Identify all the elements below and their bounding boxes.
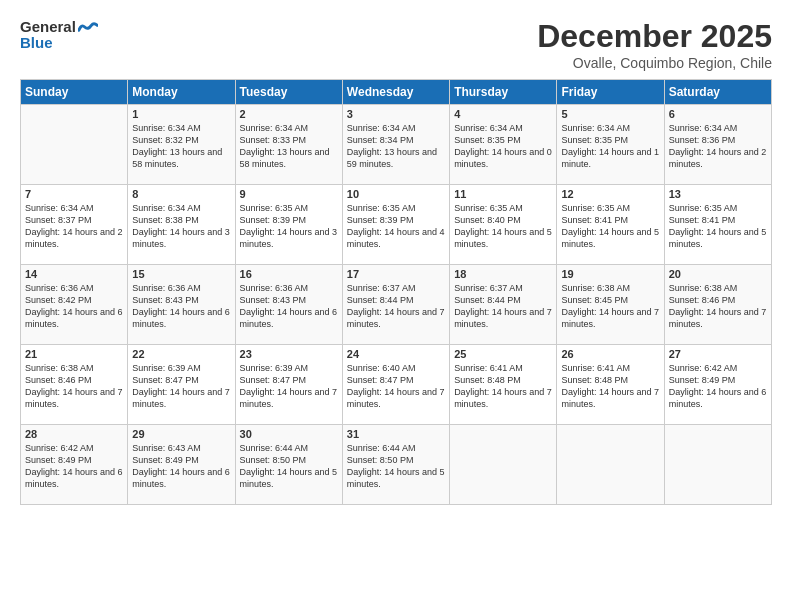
calendar-week-row: 28Sunrise: 6:42 AMSunset: 8:49 PMDayligh… <box>21 425 772 505</box>
header-friday: Friday <box>557 80 664 105</box>
day-number: 13 <box>669 188 767 200</box>
day-number: 12 <box>561 188 659 200</box>
calendar-week-row: 1Sunrise: 6:34 AMSunset: 8:32 PMDaylight… <box>21 105 772 185</box>
day-number: 1 <box>132 108 230 120</box>
header-thursday: Thursday <box>450 80 557 105</box>
header-saturday: Saturday <box>664 80 771 105</box>
cell-info: Sunrise: 6:36 AMSunset: 8:43 PMDaylight:… <box>132 282 230 331</box>
table-row: 28Sunrise: 6:42 AMSunset: 8:49 PMDayligh… <box>21 425 128 505</box>
calendar-table: Sunday Monday Tuesday Wednesday Thursday… <box>20 79 772 505</box>
table-row: 10Sunrise: 6:35 AMSunset: 8:39 PMDayligh… <box>342 185 449 265</box>
cell-info: Sunrise: 6:39 AMSunset: 8:47 PMDaylight:… <box>132 362 230 411</box>
cell-info: Sunrise: 6:34 AMSunset: 8:37 PMDaylight:… <box>25 202 123 251</box>
cell-info: Sunrise: 6:44 AMSunset: 8:50 PMDaylight:… <box>347 442 445 491</box>
table-row: 19Sunrise: 6:38 AMSunset: 8:45 PMDayligh… <box>557 265 664 345</box>
day-number: 15 <box>132 268 230 280</box>
cell-info: Sunrise: 6:38 AMSunset: 8:46 PMDaylight:… <box>669 282 767 331</box>
location: Ovalle, Coquimbo Region, Chile <box>537 55 772 71</box>
cell-info: Sunrise: 6:44 AMSunset: 8:50 PMDaylight:… <box>240 442 338 491</box>
table-row: 5Sunrise: 6:34 AMSunset: 8:35 PMDaylight… <box>557 105 664 185</box>
table-row <box>664 425 771 505</box>
table-row: 22Sunrise: 6:39 AMSunset: 8:47 PMDayligh… <box>128 345 235 425</box>
day-number: 16 <box>240 268 338 280</box>
table-row: 24Sunrise: 6:40 AMSunset: 8:47 PMDayligh… <box>342 345 449 425</box>
cell-info: Sunrise: 6:34 AMSunset: 8:35 PMDaylight:… <box>561 122 659 171</box>
day-number: 23 <box>240 348 338 360</box>
cell-info: Sunrise: 6:35 AMSunset: 8:39 PMDaylight:… <box>240 202 338 251</box>
table-row: 15Sunrise: 6:36 AMSunset: 8:43 PMDayligh… <box>128 265 235 345</box>
logo-general-text: General <box>20 18 76 35</box>
table-row: 29Sunrise: 6:43 AMSunset: 8:49 PMDayligh… <box>128 425 235 505</box>
cell-info: Sunrise: 6:35 AMSunset: 8:40 PMDaylight:… <box>454 202 552 251</box>
cell-info: Sunrise: 6:41 AMSunset: 8:48 PMDaylight:… <box>454 362 552 411</box>
day-number: 4 <box>454 108 552 120</box>
day-number: 26 <box>561 348 659 360</box>
title-block: December 2025 Ovalle, Coquimbo Region, C… <box>537 18 772 71</box>
table-row: 14Sunrise: 6:36 AMSunset: 8:42 PMDayligh… <box>21 265 128 345</box>
cell-info: Sunrise: 6:42 AMSunset: 8:49 PMDaylight:… <box>669 362 767 411</box>
cell-info: Sunrise: 6:36 AMSunset: 8:43 PMDaylight:… <box>240 282 338 331</box>
table-row: 18Sunrise: 6:37 AMSunset: 8:44 PMDayligh… <box>450 265 557 345</box>
day-number: 14 <box>25 268 123 280</box>
cell-info: Sunrise: 6:35 AMSunset: 8:39 PMDaylight:… <box>347 202 445 251</box>
table-row: 3Sunrise: 6:34 AMSunset: 8:34 PMDaylight… <box>342 105 449 185</box>
day-number: 30 <box>240 428 338 440</box>
logo-blue-text: Blue <box>20 34 98 51</box>
logo: General Blue <box>20 18 98 52</box>
cell-info: Sunrise: 6:34 AMSunset: 8:32 PMDaylight:… <box>132 122 230 171</box>
table-row: 31Sunrise: 6:44 AMSunset: 8:50 PMDayligh… <box>342 425 449 505</box>
header-wednesday: Wednesday <box>342 80 449 105</box>
cell-info: Sunrise: 6:34 AMSunset: 8:38 PMDaylight:… <box>132 202 230 251</box>
table-row: 27Sunrise: 6:42 AMSunset: 8:49 PMDayligh… <box>664 345 771 425</box>
day-number: 24 <box>347 348 445 360</box>
day-number: 7 <box>25 188 123 200</box>
day-number: 28 <box>25 428 123 440</box>
cell-info: Sunrise: 6:34 AMSunset: 8:34 PMDaylight:… <box>347 122 445 171</box>
table-row: 9Sunrise: 6:35 AMSunset: 8:39 PMDaylight… <box>235 185 342 265</box>
day-number: 19 <box>561 268 659 280</box>
cell-info: Sunrise: 6:37 AMSunset: 8:44 PMDaylight:… <box>347 282 445 331</box>
table-row <box>557 425 664 505</box>
day-number: 29 <box>132 428 230 440</box>
cell-info: Sunrise: 6:34 AMSunset: 8:36 PMDaylight:… <box>669 122 767 171</box>
day-number: 20 <box>669 268 767 280</box>
cell-info: Sunrise: 6:36 AMSunset: 8:42 PMDaylight:… <box>25 282 123 331</box>
day-number: 3 <box>347 108 445 120</box>
day-number: 25 <box>454 348 552 360</box>
day-number: 5 <box>561 108 659 120</box>
table-row: 21Sunrise: 6:38 AMSunset: 8:46 PMDayligh… <box>21 345 128 425</box>
table-row: 25Sunrise: 6:41 AMSunset: 8:48 PMDayligh… <box>450 345 557 425</box>
table-row: 11Sunrise: 6:35 AMSunset: 8:40 PMDayligh… <box>450 185 557 265</box>
table-row: 6Sunrise: 6:34 AMSunset: 8:36 PMDaylight… <box>664 105 771 185</box>
month-title: December 2025 <box>537 18 772 55</box>
day-number: 18 <box>454 268 552 280</box>
header: General Blue December 2025 Ovalle, Coqui… <box>20 18 772 71</box>
day-number: 31 <box>347 428 445 440</box>
table-row: 1Sunrise: 6:34 AMSunset: 8:32 PMDaylight… <box>128 105 235 185</box>
day-number: 17 <box>347 268 445 280</box>
cell-info: Sunrise: 6:43 AMSunset: 8:49 PMDaylight:… <box>132 442 230 491</box>
table-row: 2Sunrise: 6:34 AMSunset: 8:33 PMDaylight… <box>235 105 342 185</box>
table-row: 17Sunrise: 6:37 AMSunset: 8:44 PMDayligh… <box>342 265 449 345</box>
day-number: 2 <box>240 108 338 120</box>
cell-info: Sunrise: 6:38 AMSunset: 8:46 PMDaylight:… <box>25 362 123 411</box>
table-row: 8Sunrise: 6:34 AMSunset: 8:38 PMDaylight… <box>128 185 235 265</box>
cell-info: Sunrise: 6:40 AMSunset: 8:47 PMDaylight:… <box>347 362 445 411</box>
table-row: 30Sunrise: 6:44 AMSunset: 8:50 PMDayligh… <box>235 425 342 505</box>
day-number: 11 <box>454 188 552 200</box>
day-number: 8 <box>132 188 230 200</box>
weekday-header-row: Sunday Monday Tuesday Wednesday Thursday… <box>21 80 772 105</box>
calendar-week-row: 7Sunrise: 6:34 AMSunset: 8:37 PMDaylight… <box>21 185 772 265</box>
header-monday: Monday <box>128 80 235 105</box>
cell-info: Sunrise: 6:42 AMSunset: 8:49 PMDaylight:… <box>25 442 123 491</box>
cell-info: Sunrise: 6:35 AMSunset: 8:41 PMDaylight:… <box>669 202 767 251</box>
day-number: 9 <box>240 188 338 200</box>
cell-info: Sunrise: 6:38 AMSunset: 8:45 PMDaylight:… <box>561 282 659 331</box>
cell-info: Sunrise: 6:34 AMSunset: 8:35 PMDaylight:… <box>454 122 552 171</box>
cell-info: Sunrise: 6:39 AMSunset: 8:47 PMDaylight:… <box>240 362 338 411</box>
day-number: 6 <box>669 108 767 120</box>
calendar-week-row: 14Sunrise: 6:36 AMSunset: 8:42 PMDayligh… <box>21 265 772 345</box>
table-row: 23Sunrise: 6:39 AMSunset: 8:47 PMDayligh… <box>235 345 342 425</box>
day-number: 10 <box>347 188 445 200</box>
cell-info: Sunrise: 6:41 AMSunset: 8:48 PMDaylight:… <box>561 362 659 411</box>
